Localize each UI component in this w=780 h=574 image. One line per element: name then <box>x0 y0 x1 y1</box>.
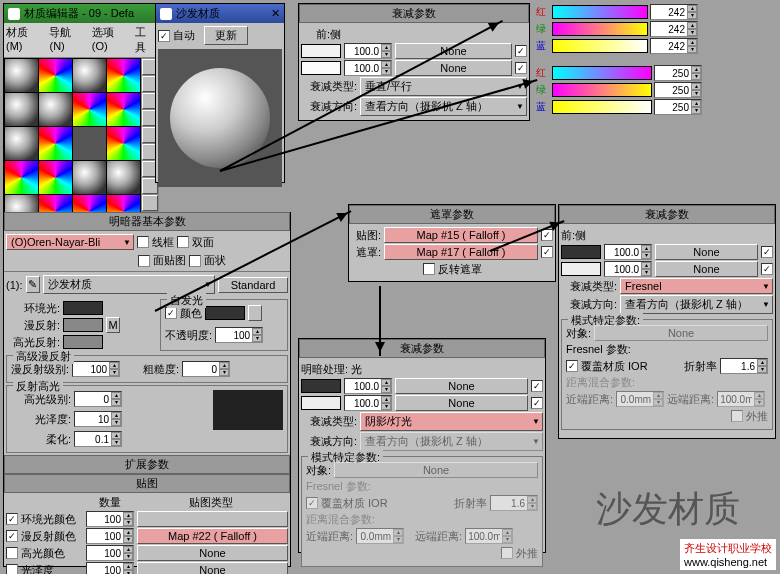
wireframe-chk[interactable] <box>137 236 149 248</box>
fr-chk2[interactable]: ✓ <box>761 263 773 275</box>
ft-swatch2[interactable] <box>301 61 341 75</box>
mask-mask-chk[interactable]: ✓ <box>541 246 553 258</box>
menu-tools[interactable]: 工具 <box>135 25 155 55</box>
r-spin[interactable]: ▴▾ <box>654 65 702 81</box>
map-amt[interactable]: ▴▾ <box>86 528 134 544</box>
map-chk[interactable]: ✓ <box>6 530 18 542</box>
fr-hdr[interactable]: 衰减参数 <box>559 205 775 224</box>
fm-sw1[interactable] <box>301 379 341 393</box>
mat-slot[interactable] <box>5 59 38 92</box>
specular-swatch[interactable] <box>63 335 103 349</box>
mat-slot[interactable] <box>107 59 140 92</box>
faceted-chk[interactable] <box>189 255 201 267</box>
map-amt[interactable]: ▴▾ <box>86 562 134 574</box>
mat-slot[interactable] <box>73 127 106 160</box>
fm-hdr[interactable]: 衰减参数 <box>299 339 545 358</box>
map-amt[interactable]: ▴▾ <box>86 545 134 561</box>
fm-spin1[interactable]: ▴▾ <box>344 378 392 394</box>
ft-spin2[interactable]: ▴▾ <box>344 60 392 76</box>
map-chk[interactable]: ✓ <box>6 513 18 525</box>
b-spin[interactable]: ▴▾ <box>654 99 702 115</box>
g-bar[interactable] <box>552 83 652 97</box>
fr-spin1[interactable]: ▴▾ <box>604 244 652 260</box>
material-slots[interactable] <box>4 58 141 229</box>
mat-slot[interactable] <box>5 161 38 194</box>
g-bar[interactable] <box>552 22 648 36</box>
mat-slot[interactable] <box>39 161 72 194</box>
r-spin[interactable]: ▴▾ <box>650 4 698 20</box>
mat-slot[interactable] <box>39 127 72 160</box>
mat-slot[interactable] <box>107 161 140 194</box>
mat-slot[interactable] <box>107 93 140 126</box>
difflvl-spin[interactable]: ▴▾ <box>72 361 120 377</box>
fr-type-dd[interactable]: Fresnel <box>620 278 773 294</box>
map-chk[interactable] <box>6 547 18 559</box>
invert-chk[interactable] <box>423 263 435 275</box>
selfillum-map-btn[interactable] <box>248 305 262 321</box>
mat-slot[interactable] <box>107 127 140 160</box>
diffuse-map-btn[interactable]: M <box>106 317 120 333</box>
b-spin[interactable]: ▴▾ <box>650 38 698 54</box>
mask-hdr[interactable]: 遮罩参数 <box>349 205 555 224</box>
fm-spin2[interactable]: ▴▾ <box>344 395 392 411</box>
mat-slot[interactable] <box>73 59 106 92</box>
b-bar[interactable] <box>552 100 652 114</box>
r-bar[interactable] <box>552 5 648 19</box>
soften-spin[interactable]: ▴▾ <box>74 431 122 447</box>
ft-chk1[interactable]: ✓ <box>515 45 527 57</box>
diffuse-swatch[interactable] <box>63 318 103 332</box>
mat-type-btn[interactable]: Standard <box>218 277 288 293</box>
map-slot[interactable] <box>137 511 288 527</box>
ft-swatch1[interactable] <box>301 44 341 58</box>
mat-slot[interactable] <box>39 59 72 92</box>
map-slot[interactable]: None <box>137 562 288 574</box>
color-chk[interactable]: ✓ <box>165 307 177 319</box>
rough-spin[interactable]: ▴▾ <box>182 361 230 377</box>
mask-mask-btn[interactable]: Map #17 ( Falloff ) <box>384 244 538 260</box>
fr-sw2[interactable] <box>561 262 601 276</box>
editor-titlebar[interactable]: 材质编辑器 - 09 - Defa <box>4 4 157 23</box>
maps-section-hdr[interactable]: 贴图 <box>4 474 290 493</box>
map-slot[interactable]: Map #22 ( Falloff ) <box>137 528 288 544</box>
mat-slot[interactable] <box>5 93 38 126</box>
fr-map1[interactable]: None <box>655 244 758 260</box>
fr-ior-spin[interactable]: ▴▾ <box>720 358 768 374</box>
shader-section-hdr[interactable]: 明暗器基本参数 <box>4 212 290 231</box>
fr-sw1[interactable] <box>561 245 601 259</box>
map-chk[interactable] <box>6 564 18 574</box>
map-amt[interactable]: ▴▾ <box>86 511 134 527</box>
tool-btn[interactable] <box>142 195 158 211</box>
fr-ior-chk[interactable]: ✓ <box>566 360 578 372</box>
g-spin[interactable]: ▴▾ <box>650 21 698 37</box>
update-btn[interactable]: 更新 <box>204 26 248 45</box>
editor-menubar[interactable]: 材质(M) 导航(N) 选项(O) 工具 <box>4 23 157 58</box>
auto-chk[interactable]: ✓ <box>158 30 170 42</box>
ambient-swatch[interactable] <box>63 301 103 315</box>
menu-material[interactable]: 材质(M) <box>6 25 41 55</box>
fr-dir-dd[interactable]: 查看方向（摄影机 Z 轴） <box>620 295 773 314</box>
map-slot[interactable]: None <box>137 545 288 561</box>
mat-slot[interactable] <box>73 161 106 194</box>
fr-spin2[interactable]: ▴▾ <box>604 261 652 277</box>
popup-titlebar[interactable]: 沙发材质✕ <box>156 4 284 23</box>
ft-chk2[interactable]: ✓ <box>515 62 527 74</box>
r-bar[interactable] <box>552 66 652 80</box>
facemap-chk[interactable] <box>138 255 150 267</box>
fm-sw2[interactable] <box>301 396 341 410</box>
mat-slot[interactable] <box>5 127 38 160</box>
fm-type-dd[interactable]: 阴影/灯光 <box>360 412 543 431</box>
fm-chk2[interactable]: ✓ <box>531 397 543 409</box>
selfillum-swatch[interactable] <box>205 306 245 320</box>
mat-slot[interactable] <box>39 93 72 126</box>
menu-options[interactable]: 选项(O) <box>92 25 127 55</box>
fr-chk1[interactable]: ✓ <box>761 246 773 258</box>
ext-section-hdr[interactable]: 扩展参数 <box>4 455 290 474</box>
ft-type-dd[interactable]: 垂直/平行 <box>360 77 527 96</box>
mat-slot[interactable] <box>73 93 106 126</box>
fr-map2[interactable]: None <box>655 261 758 277</box>
close-icon[interactable]: ✕ <box>271 7 280 20</box>
fm-map2[interactable]: None <box>395 395 528 411</box>
opacity-spin[interactable]: ▴▾ <box>215 327 263 343</box>
speclvl-spin[interactable]: ▴▾ <box>74 391 122 407</box>
two-sided-chk[interactable] <box>177 236 189 248</box>
